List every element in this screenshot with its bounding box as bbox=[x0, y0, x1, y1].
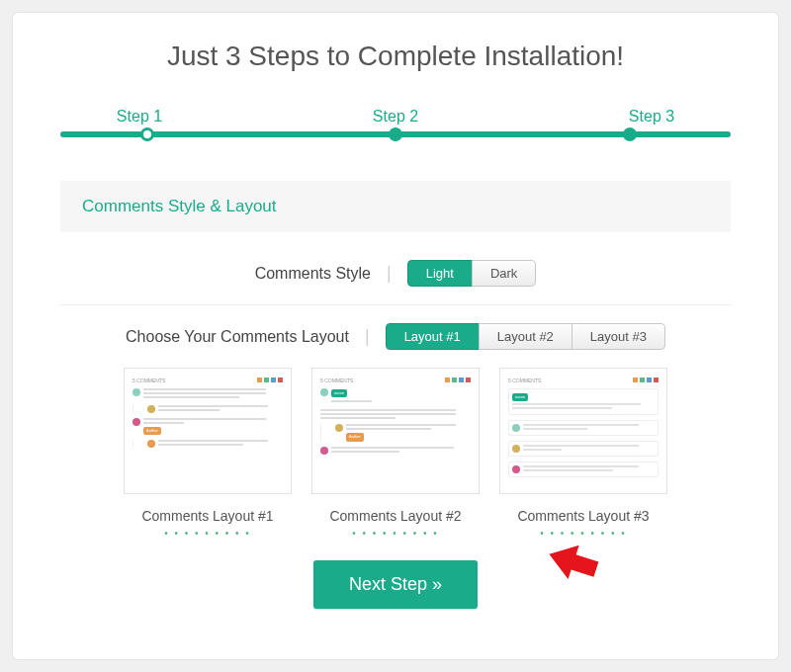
install-wizard-card: Just 3 Steps to Complete Installation! S… bbox=[12, 12, 779, 660]
layout-preview-2[interactable]: 5 COMMENTS name Author Comments Layout #… bbox=[311, 368, 480, 539]
dots-icon: • • • • • • • • • bbox=[499, 528, 667, 539]
stepper: Step 1 Step 2 Step 3 bbox=[60, 108, 731, 147]
step-1-label: Step 1 bbox=[110, 108, 169, 126]
pointer-arrow-icon bbox=[539, 538, 602, 593]
style-option-dark[interactable]: Dark bbox=[472, 260, 536, 287]
step-3-label: Step 3 bbox=[622, 108, 681, 126]
comments-layout-row: Choose Your Comments Layout | Layout #1 … bbox=[60, 323, 731, 350]
dots-icon: • • • • • • • • • bbox=[124, 528, 292, 539]
layout-2-caption: Comments Layout #2 bbox=[311, 508, 480, 524]
layout-1-caption: Comments Layout #1 bbox=[124, 508, 292, 524]
layout-thumbnail-2: 5 COMMENTS name Author bbox=[311, 368, 480, 494]
svg-marker-0 bbox=[544, 538, 602, 586]
step-2-dot[interactable] bbox=[389, 127, 402, 141]
section-header: Comments Style & Layout bbox=[60, 181, 731, 232]
step-2-label: Step 2 bbox=[366, 108, 425, 126]
layout-thumbnail-3: 5 COMMENTS name bbox=[499, 368, 667, 494]
layout-option-1[interactable]: Layout #1 bbox=[386, 323, 480, 350]
comments-layout-toggle: Layout #1 Layout #2 Layout #3 bbox=[386, 323, 665, 350]
dots-icon: • • • • • • • • • bbox=[311, 528, 480, 539]
comments-style-toggle: Light Dark bbox=[407, 260, 537, 287]
divider bbox=[60, 304, 731, 305]
layout-option-2[interactable]: Layout #2 bbox=[479, 323, 572, 350]
comments-style-label: Comments Style bbox=[255, 265, 371, 283]
next-step-button[interactable]: Next Step » bbox=[313, 560, 478, 609]
stepper-track bbox=[60, 131, 731, 137]
page-title: Just 3 Steps to Complete Installation! bbox=[60, 41, 731, 72]
layout-previews: 5 COMMENTS Author Comments Layout #1 • •… bbox=[60, 368, 731, 539]
layout-thumbnail-1: 5 COMMENTS Author bbox=[124, 368, 292, 494]
layout-preview-1[interactable]: 5 COMMENTS Author Comments Layout #1 • •… bbox=[124, 368, 292, 539]
layout-preview-3[interactable]: 5 COMMENTS name Comments Layout #3 • • •… bbox=[499, 368, 667, 539]
comments-layout-label: Choose Your Comments Layout bbox=[126, 328, 349, 346]
step-3-dot[interactable] bbox=[623, 127, 637, 141]
step-1-dot[interactable] bbox=[140, 127, 154, 141]
style-option-light[interactable]: Light bbox=[407, 260, 473, 287]
layout-3-caption: Comments Layout #3 bbox=[499, 508, 667, 524]
layout-option-3[interactable]: Layout #3 bbox=[571, 323, 665, 350]
separator-icon: | bbox=[387, 263, 392, 284]
comments-style-row: Comments Style | Light Dark bbox=[60, 260, 731, 287]
separator-icon: | bbox=[365, 326, 370, 347]
